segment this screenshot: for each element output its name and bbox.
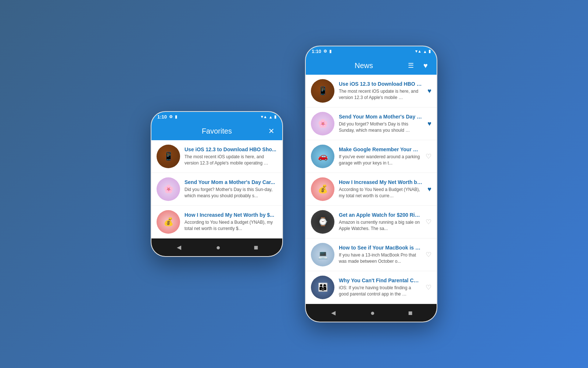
phone-news: 1:10 ⚙ ▮ ▾▲ ▲ ▮ News ☰ ♥ 📱 Use iOS 12.3 … (305, 46, 437, 322)
article-thumb-n3: 🚗 (311, 145, 334, 168)
appbar-favorites: Favorites ✕ (151, 122, 282, 140)
batt-icon-left: ▮ (274, 114, 276, 119)
article-title-3: How I Increased My Net Worth by $... (184, 212, 277, 218)
favorite-btn-n4[interactable]: ♥ (427, 185, 431, 193)
article-thumb-n1: 📱 (311, 79, 334, 103)
article-title-n2: Send Your Mom a Mother's Day Car... (339, 114, 423, 120)
article-thumb-n6: 💻 (311, 243, 334, 266)
status-bar-right: 1:10 ⚙ ▮ ▾▲ ▲ ▮ (306, 46, 437, 56)
article-thumb-n5: ⌚ (311, 210, 334, 234)
article-thumb-n7: 👨‍👩‍👦 (311, 276, 334, 299)
wifi-icon-left: ▾▲ (261, 114, 267, 119)
article-body-n3: Make Google Remember Your Park... If you… (339, 146, 421, 166)
article-body-n4: How I Increased My Net Worth by $... Acc… (339, 179, 423, 199)
appbar-title-favorites: Favorites (168, 127, 266, 135)
favorites-list: 📱 Use iOS 12.3 to Download HBO Sho... Th… (151, 140, 282, 238)
article-body-n7: Why You Can't Find Parental Contro... iO… (339, 277, 421, 297)
article-desc-n5: Amazon is currently running a big sale o… (339, 219, 421, 232)
home-button-right[interactable]: ● (370, 309, 375, 317)
article-thumb-n2: 🌸 (311, 112, 334, 135)
close-icon-favorites[interactable]: ✕ (266, 127, 276, 135)
favorite-btn-n3[interactable]: ♡ (426, 152, 431, 160)
article-title-n7: Why You Can't Find Parental Contro... (339, 277, 421, 283)
favorite-btn-n1[interactable]: ♥ (427, 87, 431, 95)
battery-icon-right: ▮ (329, 49, 331, 54)
article-desc-n3: If you've ever wandered around a parking… (339, 154, 421, 166)
article-body-3: How I Increased My Net Worth by $... Acc… (184, 212, 277, 232)
article-desc-n7: iOS: If you're having trouble finding a … (339, 285, 421, 297)
article-desc-n6: If you have a 13-inch MacBook Pro that w… (339, 252, 421, 265)
article-title-n1: Use iOS 12.3 to Download HBO Sho... (339, 81, 423, 87)
article-body-n5: Get an Apple Watch for $200 Right ... Am… (339, 212, 421, 232)
wifi-icon-right: ▾▲ (415, 49, 422, 54)
list-item[interactable]: 💰 How I Increased My Net Worth by $... A… (306, 173, 437, 206)
article-title-2: Send Your Mom a Mother's Day Car... (184, 179, 277, 185)
article-body-n1: Use iOS 12.3 to Download HBO Sho... The … (339, 81, 423, 101)
list-item[interactable]: 💻 How to See if Your MacBook is Eligi...… (306, 238, 437, 271)
article-title-1: Use iOS 12.3 to Download HBO Sho... (184, 146, 277, 152)
article-title-n3: Make Google Remember Your Park... (339, 146, 421, 152)
favorite-btn-n6[interactable]: ♡ (426, 251, 431, 259)
home-button-left[interactable]: ● (216, 243, 220, 252)
article-title-n4: How I Increased My Net Worth by $... (339, 179, 423, 185)
favorite-btn-n7[interactable]: ♡ (426, 283, 431, 291)
settings-icon-right: ⚙ (323, 49, 327, 54)
batt-icon-right: ▮ (429, 49, 431, 54)
article-title-n5: Get an Apple Watch for $200 Right ... (339, 212, 421, 218)
article-thumb-2: 🌸 (157, 177, 180, 201)
appbar-title-news: News (322, 61, 406, 70)
article-desc-2: Did you forget? Mother's Day is this Sun… (184, 187, 277, 199)
article-desc-1: The most recent iOS update is here, and … (184, 154, 277, 166)
signal-icon-left: ▲ (269, 115, 273, 119)
signal-icon-right: ▲ (423, 49, 427, 54)
favorites-icon-news[interactable]: ♥ (420, 61, 431, 70)
list-item[interactable]: 📱 Use iOS 12.3 to Download HBO Sho... Th… (306, 75, 437, 107)
list-item[interactable]: 📱 Use iOS 12.3 to Download HBO Sho... Th… (151, 140, 282, 173)
list-item[interactable]: ⌚ Get an Apple Watch for $200 Right ... … (306, 206, 437, 238)
favorite-btn-n5[interactable]: ♡ (426, 218, 431, 226)
bottom-nav-right: ◄ ● ■ (306, 304, 437, 322)
news-list: 📱 Use iOS 12.3 to Download HBO Sho... Th… (306, 75, 437, 304)
article-desc-n2: Did you forget? Mother's Day is this Sun… (339, 121, 423, 134)
article-thumb-3: 💰 (157, 210, 180, 234)
status-left-left: 1:10 ⚙ ▮ (157, 114, 177, 120)
status-time-left: 1:10 (157, 114, 167, 120)
status-bar-left: 1:10 ⚙ ▮ ▾▲ ▲ ▮ (151, 112, 282, 122)
article-desc-3: According to You Need a Budget (YNAB), m… (184, 219, 277, 232)
bottom-nav-left: ◄ ● ■ (151, 238, 282, 256)
article-desc-n1: The most recent iOS update is here, and … (339, 88, 423, 101)
article-desc-n4: According to You Need a Budget (YNAB), m… (339, 187, 423, 199)
status-time-right: 1:10 (312, 49, 321, 54)
back-button-left[interactable]: ◄ (175, 243, 183, 252)
recent-button-right[interactable]: ■ (408, 309, 413, 317)
article-thumb-1: 📱 (157, 145, 180, 168)
list-item[interactable]: 💰 How I Increased My Net Worth by $... A… (151, 206, 282, 238)
article-body-n6: How to See if Your MacBook is Eligi... I… (339, 245, 421, 265)
battery-icon-left: ▮ (175, 114, 177, 119)
favorite-btn-n2[interactable]: ♥ (427, 120, 431, 128)
article-body-2: Send Your Mom a Mother's Day Car... Did … (184, 179, 277, 199)
list-item[interactable]: 👨‍👩‍👦 Why You Can't Find Parental Contro… (306, 271, 437, 304)
back-button-right[interactable]: ◄ (330, 309, 337, 317)
article-body-1: Use iOS 12.3 to Download HBO Sho... The … (184, 146, 277, 166)
status-left-right: 1:10 ⚙ ▮ (312, 49, 331, 54)
article-thumb-n4: 💰 (311, 177, 334, 201)
article-body-n2: Send Your Mom a Mother's Day Car... Did … (339, 114, 423, 134)
list-item[interactable]: 🌸 Send Your Mom a Mother's Day Car... Di… (151, 173, 282, 206)
settings-icon-left: ⚙ (169, 114, 173, 119)
list-item[interactable]: 🚗 Make Google Remember Your Park... If y… (306, 140, 437, 173)
status-right-left: ▾▲ ▲ ▮ (261, 114, 276, 119)
phone-favorites: 1:10 ⚙ ▮ ▾▲ ▲ ▮ Favorites ✕ 📱 Use iOS 12… (151, 111, 283, 257)
list-item[interactable]: 🌸 Send Your Mom a Mother's Day Car... Di… (306, 107, 437, 140)
appbar-news: News ☰ ♥ (306, 56, 437, 75)
article-title-n6: How to See if Your MacBook is Eligi... (339, 245, 421, 251)
recent-button-left[interactable]: ■ (254, 243, 258, 252)
appbar-actions-news: ☰ ♥ (406, 61, 431, 70)
status-right-right: ▾▲ ▲ ▮ (415, 49, 431, 54)
filter-icon-news[interactable]: ☰ (406, 61, 416, 70)
